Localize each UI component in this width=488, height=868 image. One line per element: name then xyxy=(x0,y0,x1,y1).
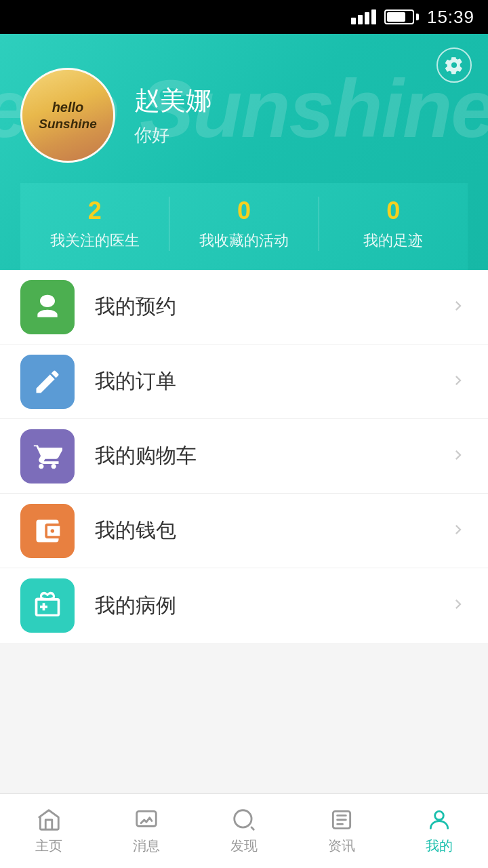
avatar-line2: Sunshine xyxy=(39,116,97,133)
menu-label-wallet: 我的钱包 xyxy=(95,517,428,545)
nav-item-mine[interactable]: 我的 xyxy=(390,794,488,868)
svg-point-3 xyxy=(435,811,444,820)
stat-label-activities: 我收藏的活动 xyxy=(199,231,289,251)
menu-label-cart: 我的购物车 xyxy=(95,442,428,470)
stat-num-footprint: 0 xyxy=(386,197,400,225)
nav-item-discover[interactable]: 发现 xyxy=(195,794,293,868)
chevron-right-icon-cart xyxy=(449,446,468,467)
wallet-icon xyxy=(33,516,62,546)
stat-item-activities[interactable]: 0 我收藏的活动 xyxy=(169,197,319,251)
news-icon xyxy=(329,807,354,833)
bottom-nav: 主页 消息 发现 资讯 我的 xyxy=(0,793,488,868)
stat-label-doctors: 我关注的医生 xyxy=(50,231,140,251)
status-bar: 15:39 xyxy=(0,0,488,34)
home-icon xyxy=(36,807,62,833)
menu-item-cart[interactable]: 我的购物车 xyxy=(0,419,488,494)
reservation-icon xyxy=(33,292,62,322)
chevron-right-icon-reservation xyxy=(449,296,468,318)
nav-label-messages: 消息 xyxy=(133,837,160,855)
profile-info-row: hello Sunshine 赵美娜 你好 xyxy=(20,54,468,183)
menu-item-wallet[interactable]: 我的钱包 xyxy=(0,494,488,568)
nav-label-mine: 我的 xyxy=(426,837,453,855)
stats-row: 2 我关注的医生 0 我收藏的活动 0 我的足迹 xyxy=(20,183,468,270)
status-time: 15:39 xyxy=(427,7,474,28)
avatar-line1: hello xyxy=(39,98,97,116)
order-icon xyxy=(33,367,62,397)
profile-header: hello Sunshine hello Sunshine 赵美娜 你好 2 我… xyxy=(0,34,488,270)
cases-icon-wrap xyxy=(20,578,75,633)
stat-item-doctors[interactable]: 2 我关注的医生 xyxy=(20,197,169,251)
profile-name: 赵美娜 xyxy=(134,83,211,118)
reservation-icon-wrap xyxy=(20,280,75,334)
avatar[interactable]: hello Sunshine xyxy=(20,68,115,163)
menu-label-orders: 我的订单 xyxy=(95,368,428,395)
stat-num-doctors: 2 xyxy=(88,197,102,225)
wallet-icon-wrap xyxy=(20,504,75,558)
menu-item-cases[interactable]: 我的病例 xyxy=(0,568,488,643)
profile-text: 赵美娜 你好 xyxy=(134,83,211,147)
signal-icon xyxy=(351,9,376,24)
stat-item-footprint[interactable]: 0 我的足迹 xyxy=(319,197,468,251)
stat-label-footprint: 我的足迹 xyxy=(363,231,423,251)
orders-icon-wrap xyxy=(20,355,75,409)
chevron-right-icon-orders xyxy=(449,371,468,393)
svg-point-1 xyxy=(235,810,251,827)
svg-rect-0 xyxy=(137,811,157,826)
cart-icon-wrap xyxy=(20,429,75,484)
nav-label-discover: 发现 xyxy=(230,837,258,855)
chevron-right-icon-cases xyxy=(449,595,468,616)
chevron-right-icon-wallet xyxy=(449,520,468,542)
case-icon xyxy=(33,591,62,620)
nav-item-home[interactable]: 主页 xyxy=(0,794,98,868)
message-icon xyxy=(134,807,159,833)
menu-item-orders[interactable]: 我的订单 xyxy=(0,344,488,419)
nav-label-news: 资讯 xyxy=(328,837,355,855)
discover-icon xyxy=(231,807,257,833)
cart-icon xyxy=(33,441,62,471)
profile-greeting: 你好 xyxy=(134,123,211,147)
stat-num-activities: 0 xyxy=(237,197,251,225)
menu-item-reservation[interactable]: 我的预约 xyxy=(0,270,488,344)
menu-list: 我的预约 我的订单 我的购物车 xyxy=(0,270,488,643)
nav-item-news[interactable]: 资讯 xyxy=(293,794,390,868)
menu-label-cases: 我的病例 xyxy=(95,592,428,620)
mine-icon xyxy=(426,807,452,833)
nav-item-messages[interactable]: 消息 xyxy=(98,794,195,868)
battery-icon xyxy=(384,9,419,24)
menu-label-reservation: 我的预约 xyxy=(95,293,428,321)
nav-label-home: 主页 xyxy=(35,837,62,855)
